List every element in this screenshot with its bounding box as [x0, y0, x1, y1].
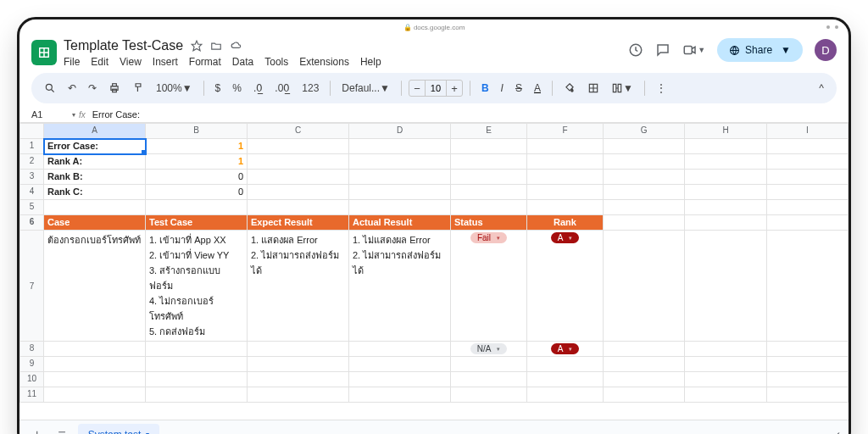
row-header[interactable]: 8 [20, 342, 44, 357]
cell-a2[interactable]: Rank A: [44, 154, 146, 170]
menu-insert[interactable]: Insert [153, 56, 178, 68]
formula-bar[interactable]: Error Case: [92, 109, 140, 120]
share-button[interactable]: Share▼ [717, 38, 803, 62]
meet-icon[interactable]: ▼ [682, 42, 705, 58]
row-header[interactable]: 12 [20, 403, 44, 403]
menu-edit[interactable]: Edit [91, 56, 108, 68]
text-color-icon[interactable]: A [530, 79, 545, 97]
zoom-select[interactable]: 100% ▼ [152, 79, 197, 97]
cell-a3[interactable]: Rank B: [44, 170, 146, 185]
cell-a1[interactable]: Error Case: [44, 139, 146, 154]
col-header-c[interactable]: C [248, 124, 349, 139]
add-sheet-icon[interactable]: + [28, 424, 46, 435]
currency-icon[interactable]: $ [211, 79, 225, 97]
col-header-g[interactable]: G [604, 124, 685, 139]
bold-icon[interactable]: B [477, 79, 493, 97]
row-header[interactable]: 6 [20, 215, 44, 231]
row-header[interactable]: 2 [20, 154, 44, 170]
header-rank[interactable]: Rank [527, 215, 604, 231]
decrease-decimal-icon[interactable]: .0̲ [249, 79, 267, 97]
status-pill-fail[interactable]: Fail [470, 232, 507, 243]
move-icon[interactable] [210, 40, 222, 52]
row-header[interactable]: 9 [20, 357, 44, 372]
font-size-control[interactable]: − + [409, 80, 463, 97]
header-case[interactable]: Case [44, 215, 146, 231]
col-header-h[interactable]: H [685, 124, 766, 139]
menu-data[interactable]: Data [232, 56, 253, 68]
cell-a4[interactable]: Rank C: [44, 185, 146, 200]
col-header-f[interactable]: F [527, 124, 604, 139]
rank-pill[interactable]: A [551, 232, 580, 243]
italic-icon[interactable]: I [497, 79, 508, 97]
col-header-d[interactable]: D [349, 124, 451, 139]
menu-format[interactable]: Format [189, 56, 221, 68]
merge-icon[interactable]: ▼ [607, 79, 637, 97]
col-header-i[interactable]: I [766, 124, 848, 139]
sheet-tab[interactable]: System test [78, 424, 160, 435]
document-title[interactable]: Template Test-Case [64, 38, 183, 53]
increase-font-icon[interactable]: + [447, 82, 462, 95]
comment-icon[interactable] [655, 42, 670, 58]
col-header-a[interactable]: A [44, 124, 146, 139]
cell-rank[interactable]: A [527, 231, 604, 342]
menu-view[interactable]: View [120, 56, 142, 68]
sheets-logo[interactable] [31, 40, 57, 65]
paint-format-icon[interactable] [128, 79, 148, 97]
row-header[interactable]: 5 [20, 200, 44, 215]
svg-marker-5 [192, 41, 202, 51]
menu-extensions[interactable]: Extensions [299, 56, 349, 68]
cell-expect[interactable]: 1. แสดงผล Error 2. ไม่สามารถส่งฟอร์มได้ [248, 231, 349, 342]
percent-icon[interactable]: % [228, 79, 246, 97]
format-number-icon[interactable]: 123 [298, 79, 323, 97]
header-testcase[interactable]: Test Case [146, 215, 248, 231]
col-header-b[interactable]: B [146, 124, 248, 139]
cloud-icon[interactable] [230, 40, 243, 52]
cell-rank[interactable]: A [527, 342, 604, 357]
cell-b1[interactable]: 1 [146, 139, 248, 154]
print-icon[interactable] [104, 79, 125, 97]
font-select[interactable]: Defaul... ▼ [337, 79, 394, 97]
cell-b4[interactable]: 0 [146, 185, 248, 200]
row-header[interactable]: 11 [20, 387, 44, 403]
menu-tools[interactable]: Tools [264, 56, 288, 68]
menu-help[interactable]: Help [360, 56, 381, 68]
col-header-e[interactable]: E [451, 124, 527, 139]
row-header[interactable]: 7 [20, 231, 44, 342]
cell-status[interactable]: N/A [451, 342, 527, 357]
cell-b3[interactable]: 0 [146, 170, 248, 185]
font-size-input[interactable] [425, 81, 447, 96]
star-icon[interactable] [191, 40, 203, 52]
header-status[interactable]: Status [451, 215, 527, 231]
name-box[interactable]: A1 [31, 109, 72, 120]
borders-icon[interactable] [583, 79, 604, 97]
rank-pill[interactable]: A [551, 343, 580, 354]
collapse-toolbar-icon[interactable]: ^ [815, 79, 828, 97]
row-header[interactable]: 3 [20, 170, 44, 185]
spreadsheet-grid[interactable]: A B C D E F G H I 1Error Case:1 2Rank A:… [19, 123, 849, 403]
status-pill-na[interactable]: N/A [470, 343, 508, 354]
menu-file[interactable]: File [64, 56, 80, 68]
redo-icon[interactable]: ↷ [84, 79, 101, 97]
select-all-corner[interactable] [20, 124, 44, 139]
row-header[interactable]: 1 [20, 139, 44, 154]
strikethrough-icon[interactable]: S [511, 79, 526, 97]
all-sheets-icon[interactable]: ≡ [53, 424, 70, 435]
undo-icon[interactable]: ↶ [64, 79, 81, 97]
cell-b2[interactable]: 1 [146, 154, 248, 170]
search-icon[interactable] [40, 79, 60, 97]
history-icon[interactable] [628, 42, 643, 58]
cell-actual[interactable]: 1. ไม่แสดงผล Error 2. ไม่สามารถส่งฟอร์มไ… [349, 231, 451, 342]
row-header[interactable]: 10 [20, 372, 44, 387]
fill-color-icon[interactable] [559, 79, 580, 97]
header-expect[interactable]: Expect Result [248, 215, 349, 231]
row-header[interactable]: 4 [20, 185, 44, 200]
header-actual[interactable]: Actual Result [349, 215, 451, 231]
increase-decimal-icon[interactable]: .00̲ [270, 79, 294, 97]
scroll-left-icon[interactable]: ‹ [836, 427, 840, 435]
cell-status[interactable]: Fail [451, 231, 527, 342]
account-avatar[interactable]: D [815, 39, 837, 61]
decrease-font-icon[interactable]: − [409, 82, 425, 95]
cell-testcase[interactable]: 1. เข้ามาที่ App XX 2. เข้ามาที่ View YY… [146, 231, 248, 342]
cell-case[interactable]: ต้องกรอกเบอร์โทรศัพท์ [44, 231, 146, 342]
more-icon[interactable]: ⋮ [652, 79, 670, 97]
